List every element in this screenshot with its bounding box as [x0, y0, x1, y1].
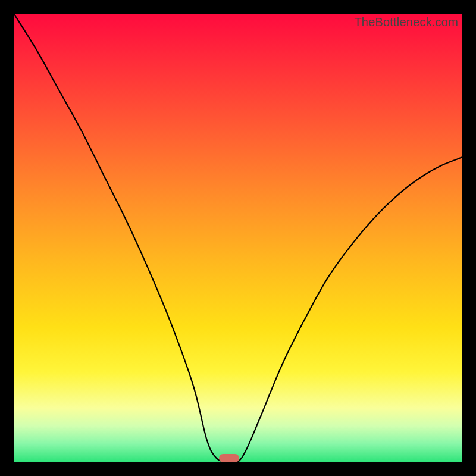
plot-area: TheBottleneck.com	[14, 14, 462, 462]
bottleneck-curve	[14, 14, 462, 462]
optimal-marker	[219, 454, 239, 462]
chart-frame: TheBottleneck.com	[0, 0, 476, 476]
